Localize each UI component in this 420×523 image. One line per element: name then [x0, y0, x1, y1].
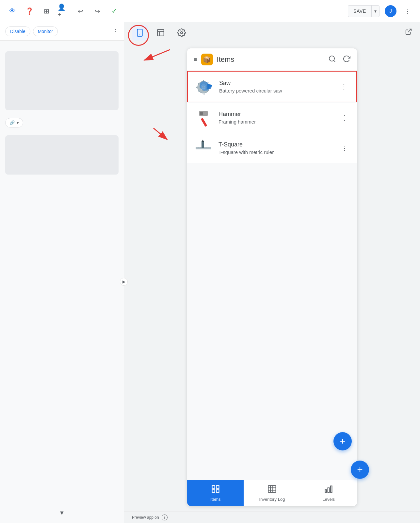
- collapse-panel-arrow[interactable]: ▶: [120, 278, 128, 286]
- svg-point-1: [139, 34, 140, 35]
- preview-label: Preview app on: [132, 515, 159, 520]
- fab-add-button[interactable]: +: [333, 432, 352, 450]
- left-panel-more-icon[interactable]: ⋮: [112, 27, 119, 35]
- add-person-icon[interactable]: 👤+: [57, 5, 69, 17]
- bottom-bar: Preview app on i: [124, 512, 420, 523]
- svg-rect-28: [216, 486, 219, 488]
- save-button[interactable]: SAVE ▾: [348, 5, 380, 17]
- more-options-icon[interactable]: ⋮: [402, 5, 413, 17]
- svg-rect-29: [212, 490, 215, 492]
- main-layout: Disable Monitor ⋮ 🔗 ▾ ▶ ▼: [0, 22, 420, 523]
- nav-levels-label: Levels: [323, 497, 335, 502]
- nav-items-label: Items: [210, 497, 221, 502]
- item-row-tsquare[interactable]: T-Square T-square with metric ruler ⋮: [187, 133, 357, 163]
- tsquare-icon: [194, 138, 213, 158]
- saw-item-menu[interactable]: ⋮: [338, 80, 350, 93]
- grid-icon[interactable]: ⊞: [40, 5, 52, 17]
- hammer-item-desc: Framing hammer: [218, 119, 333, 125]
- hammer-item-name: Hammer: [218, 111, 333, 118]
- link-icon: 🔗: [9, 120, 15, 125]
- svg-rect-31: [268, 486, 276, 493]
- svg-rect-19: [200, 112, 203, 115]
- items-list: Saw Battery powered circular saw ⋮: [187, 71, 357, 480]
- nav-inventory-log-label: Inventory Log: [259, 497, 285, 502]
- check-icon: ✓: [108, 5, 120, 17]
- mobile-app-frame: ≡ 📦 Items: [187, 48, 357, 506]
- svg-rect-27: [212, 486, 215, 488]
- svg-rect-0: [137, 29, 142, 36]
- redo-icon[interactable]: ↪: [91, 5, 103, 17]
- chevron-down-button[interactable]: ▼: [59, 510, 65, 516]
- nav-inventory-log-icon: [267, 484, 277, 496]
- nav-items[interactable]: Items: [187, 480, 244, 506]
- save-label: SAVE: [348, 8, 371, 14]
- svg-point-5: [181, 31, 183, 34]
- chevron-down-icon: ▾: [17, 120, 19, 125]
- app-preview-area: ≡ 📦 Items: [124, 43, 420, 512]
- link-btn-area: 🔗 ▾: [0, 113, 124, 133]
- user-avatar[interactable]: J: [385, 5, 396, 17]
- undo-icon[interactable]: ↩: [74, 5, 86, 17]
- top-toolbar: 👁 ❓ ⊞ 👤+ ↩ ↪ ✓ SAVE ▾ J ⋮: [0, 0, 420, 22]
- hammer-item-menu[interactable]: ⋮: [339, 111, 350, 124]
- preview-info-icon[interactable]: i: [162, 515, 168, 520]
- left-panel-content: 🔗 ▾ ▶ ▼: [0, 41, 124, 523]
- tsquare-item-desc: T-square with metric ruler: [218, 149, 333, 155]
- hammer-icon: [194, 108, 213, 127]
- svg-line-8: [144, 50, 170, 60]
- svg-line-11: [334, 60, 335, 61]
- preview-toolbar: [124, 22, 420, 43]
- tsquare-item-menu[interactable]: ⋮: [339, 142, 350, 155]
- svg-line-9: [153, 128, 167, 140]
- link-button[interactable]: 🔗 ▾: [5, 118, 23, 127]
- help-icon[interactable]: ❓: [24, 5, 35, 17]
- left-panel-toolbar: Disable Monitor ⋮: [0, 22, 124, 41]
- tsquare-item-name: T-Square: [218, 141, 333, 148]
- svg-point-10: [329, 56, 334, 61]
- left-panel: Disable Monitor ⋮ 🔗 ▾ ▶ ▼: [0, 22, 124, 523]
- svg-rect-17: [201, 118, 207, 127]
- saw-icon: [194, 77, 214, 96]
- saw-item-desc: Battery powered circular saw: [219, 88, 333, 93]
- gray-box-top: [5, 51, 119, 110]
- bottom-nav: Items Inventory Log: [187, 480, 357, 506]
- app-search-icon[interactable]: [328, 55, 336, 64]
- settings-preview-button[interactable]: [174, 25, 189, 41]
- right-panel: ≡ 📦 Items: [124, 22, 420, 523]
- svg-rect-30: [216, 490, 219, 492]
- nav-levels[interactable]: Levels: [300, 480, 357, 506]
- svg-point-16: [202, 86, 205, 89]
- nav-levels-icon: [324, 484, 333, 496]
- svg-rect-38: [331, 486, 332, 493]
- svg-line-6: [408, 29, 411, 32]
- layout-preview-button[interactable]: [153, 25, 169, 41]
- monitor-button[interactable]: Monitor: [33, 26, 58, 36]
- app-title: Items: [217, 55, 324, 64]
- gray-box-bottom: [5, 135, 119, 175]
- svg-rect-15: [209, 85, 212, 87]
- eye-icon[interactable]: 👁: [7, 5, 18, 17]
- item-row-hammer[interactable]: Hammer Framing hammer ⋮: [187, 103, 357, 133]
- nav-items-icon: [211, 484, 220, 496]
- app-title-icon: 📦: [201, 54, 213, 65]
- nav-inventory-log[interactable]: Inventory Log: [244, 480, 300, 506]
- hamburger-menu-icon[interactable]: ≡: [194, 56, 197, 63]
- saw-item-name: Saw: [219, 80, 333, 87]
- fab-add-button-overlay[interactable]: +: [351, 461, 369, 479]
- app-refresh-icon[interactable]: [343, 55, 350, 64]
- disable-button[interactable]: Disable: [5, 26, 30, 36]
- hammer-item-info: Hammer Framing hammer: [218, 111, 333, 125]
- saw-item-info: Saw Battery powered circular saw: [219, 80, 333, 93]
- mobile-preview-button[interactable]: [132, 25, 148, 41]
- save-dropdown-arrow[interactable]: ▾: [371, 6, 379, 17]
- svg-rect-2: [157, 29, 164, 36]
- item-row-saw[interactable]: Saw Battery powered circular saw ⋮: [187, 71, 357, 102]
- tsquare-item-info: T-Square T-square with metric ruler: [218, 141, 333, 155]
- svg-marker-22: [202, 140, 204, 142]
- svg-rect-36: [325, 490, 327, 492]
- app-header: ≡ 📦 Items: [187, 48, 357, 71]
- external-link-icon[interactable]: [405, 28, 412, 37]
- divider: [12, 46, 111, 46]
- svg-rect-37: [328, 488, 330, 493]
